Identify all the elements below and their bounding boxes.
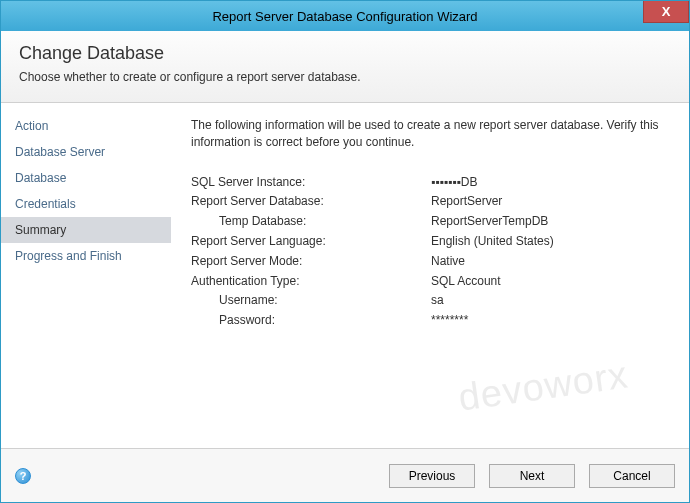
summary-value: SQL Account xyxy=(431,272,669,292)
summary-row: Password:******** xyxy=(191,311,669,331)
summary-value: ▪▪▪▪▪▪▪DB xyxy=(431,173,669,193)
summary-label: Report Server Language: xyxy=(191,232,431,252)
page-subtitle: Choose whether to create or configure a … xyxy=(19,70,671,84)
wizard-body: ActionDatabase ServerDatabaseCredentials… xyxy=(1,103,689,448)
summary-intro: The following information will be used t… xyxy=(191,117,669,151)
summary-value: ReportServerTempDB xyxy=(431,212,669,232)
summary-row: Authentication Type:SQL Account xyxy=(191,272,669,292)
wizard-step-progress-and-finish[interactable]: Progress and Finish xyxy=(1,243,171,269)
summary-label: Temp Database: xyxy=(191,212,431,232)
titlebar: Report Server Database Configuration Wiz… xyxy=(1,1,689,31)
summary-row: Temp Database:ReportServerTempDB xyxy=(191,212,669,232)
wizard-step-summary[interactable]: Summary xyxy=(1,217,171,243)
wizard-step-database-server[interactable]: Database Server xyxy=(1,139,171,165)
wizard-steps-sidebar: ActionDatabase ServerDatabaseCredentials… xyxy=(1,103,171,448)
summary-value: ReportServer xyxy=(431,192,669,212)
summary-row: Username:sa xyxy=(191,291,669,311)
summary-row: Report Server Mode:Native xyxy=(191,252,669,272)
previous-button[interactable]: Previous xyxy=(389,464,475,488)
summary-label: Authentication Type: xyxy=(191,272,431,292)
wizard-step-action[interactable]: Action xyxy=(1,113,171,139)
summary-table: SQL Server Instance:▪▪▪▪▪▪▪DBReport Serv… xyxy=(191,173,669,331)
next-button[interactable]: Next xyxy=(489,464,575,488)
summary-label: Report Server Database: xyxy=(191,192,431,212)
close-button[interactable]: X xyxy=(643,1,689,23)
summary-value: ******** xyxy=(431,311,669,331)
wizard-footer: ? Previous Next Cancel xyxy=(1,448,689,502)
summary-label: SQL Server Instance: xyxy=(191,173,431,193)
summary-label: Password: xyxy=(191,311,431,331)
summary-row: SQL Server Instance:▪▪▪▪▪▪▪DB xyxy=(191,173,669,193)
summary-row: Report Server Database:ReportServer xyxy=(191,192,669,212)
wizard-content: The following information will be used t… xyxy=(171,103,689,448)
window-title: Report Server Database Configuration Wiz… xyxy=(212,9,477,24)
help-icon[interactable]: ? xyxy=(15,468,31,484)
wizard-step-database[interactable]: Database xyxy=(1,165,171,191)
wizard-step-credentials[interactable]: Credentials xyxy=(1,191,171,217)
cancel-button[interactable]: Cancel xyxy=(589,464,675,488)
wizard-header: Change Database Choose whether to create… xyxy=(1,31,689,103)
page-title: Change Database xyxy=(19,43,671,64)
summary-label: Username: xyxy=(191,291,431,311)
summary-value: English (United States) xyxy=(431,232,669,252)
summary-value: Native xyxy=(431,252,669,272)
summary-row: Report Server Language:English (United S… xyxy=(191,232,669,252)
summary-value: sa xyxy=(431,291,669,311)
summary-label: Report Server Mode: xyxy=(191,252,431,272)
